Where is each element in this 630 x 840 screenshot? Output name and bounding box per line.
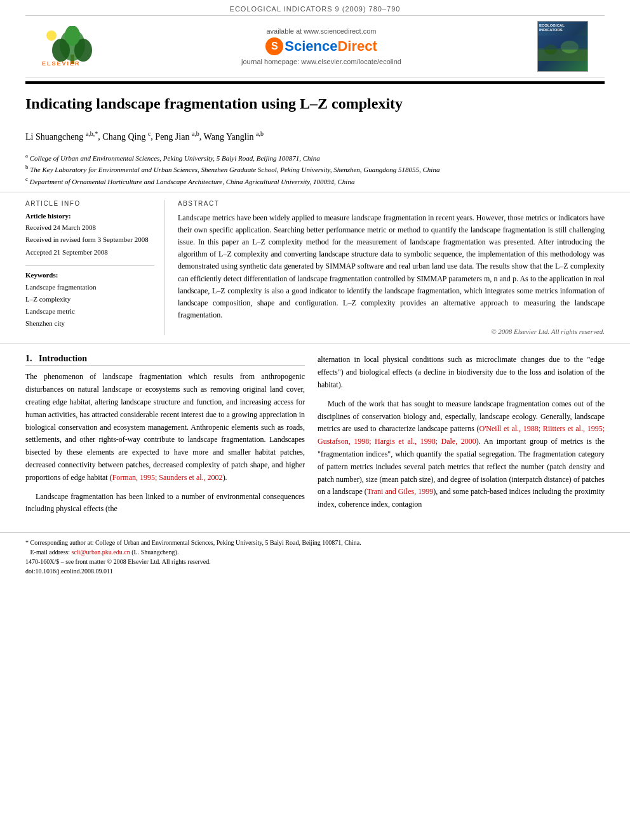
affiliation-b: b The Key Laboratory for Environmental a… [25,163,605,175]
article-info-header: Article Info [25,200,154,207]
journal-homepage-text: journal homepage: www.elsevier.com/locat… [112,58,531,65]
journal-header: Ecological Indicators 9 (2009) 780–790 [0,0,630,15]
section1-title-text: Introduction [39,354,87,363]
body-section: 1. Introduction The phenomenon of landsc… [0,343,630,532]
svg-point-5 [46,30,57,41]
banner-section: ELSEVIER available at www.sciencedirect.… [25,15,605,77]
body-left-column: 1. Introduction The phenomenon of landsc… [25,354,305,522]
section1-right-paragraph-2: Much of the work that has sought to meas… [318,398,605,511]
issn-note: 1470-160X/$ – see front matter © 2008 El… [25,557,605,566]
affiliation-c: c Department of Ornamental Horticulture … [25,175,605,187]
authors-line: Li Shuangcheng a,b,*, Chang Qing c, Peng… [25,129,605,144]
body-right-column: alternation in local physical conditions… [318,354,605,522]
email-link[interactable]: scli@urban.pku.edu.cn [71,549,130,556]
keywords-label: Keywords: [25,271,154,279]
section1-paragraph-1: The phenomenon of landscape fragmentatio… [25,371,305,484]
article-info-column: Article Info Article history: Received 2… [25,200,165,336]
elsevier-tree-icon: ELSEVIER [39,26,109,67]
section1-paragraph-2: Landscape fragmentation has been linked … [25,491,305,516]
keyword-3: Landscape metric [25,305,154,317]
sd-icon: S [265,37,283,55]
sciencedirect-banner: available at www.sciencedirect.com S Sci… [112,27,531,65]
keyword-1: Landscape fragmentation [25,281,154,293]
info-abstract-section: Article Info Article history: Received 2… [0,192,630,344]
footer-section: * Corresponding author at: College of Ur… [0,532,630,581]
email-note: E-mail address: scli@urban.pku.edu.cn (L… [25,547,605,557]
abstract-text: Landscape metrics have been widely appli… [178,212,605,322]
keyword-4: Shenzhen city [25,317,154,330]
sd-text: ScienceDirect [285,38,377,55]
journal-cover: ECOLOGICALINDICATORS [537,21,588,72]
received-date: Received 24 March 2008 [25,222,154,234]
copyright-line: © 2008 Elsevier Ltd. All rights reserved… [178,328,605,335]
available-at-text: available at www.sciencedirect.com [112,27,531,35]
revised-date: Received in revised form 3 September 200… [25,234,154,246]
abstract-header: Abstract [178,200,605,207]
affiliation-a: a College of Urban and Environmental Sci… [25,152,605,163]
section1-right-paragraph-1: alternation in local physical conditions… [318,354,605,391]
affiliations-section: a College of Urban and Environmental Sci… [0,149,630,192]
abstract-column: Abstract Landscape metrics have been wid… [178,200,605,336]
keywords-section: Keywords: Landscape fragmentation L–Z co… [25,265,154,329]
elsevier-logo-area: ELSEVIER [36,26,112,67]
svg-text:ELSEVIER: ELSEVIER [42,60,81,67]
article-title: Indicating landscape fragmentation using… [25,94,605,114]
authors-section: Li Shuangcheng a,b,*, Chang Qing c, Peng… [0,126,630,149]
article-history-label: Article history: [25,212,154,220]
article-title-section: Indicating landscape fragmentation using… [0,84,630,126]
corresponding-author-note: * Corresponding author at: College of Ur… [25,538,605,547]
doi-note: doi:10.1016/j.ecolind.2008.09.011 [25,566,605,576]
section1-title: 1. Introduction [25,354,305,366]
journal-cover-title: ECOLOGICALINDICATORS [538,22,587,34]
keyword-2: L–Z complexity [25,293,154,305]
journal-cover-area: ECOLOGICALINDICATORS [531,21,594,72]
section1-number: 1. [25,354,32,363]
svg-point-4 [65,26,80,46]
svg-rect-10 [538,36,588,50]
accepted-date: Accepted 21 September 2008 [25,247,154,258]
sciencedirect-logo: S ScienceDirect [112,37,531,55]
